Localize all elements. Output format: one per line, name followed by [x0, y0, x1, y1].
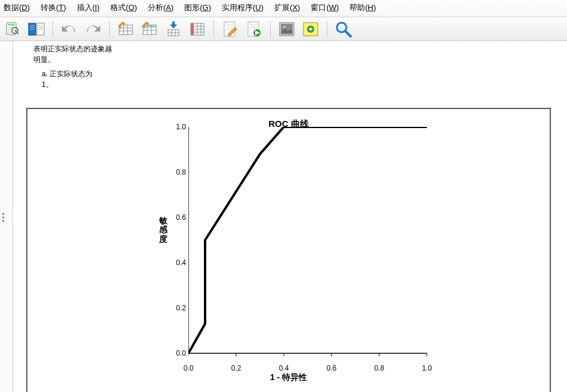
- notes-line2: 明显。: [33, 55, 55, 64]
- notes-sub-b: 1。: [42, 80, 53, 89]
- svg-marker-32: [170, 21, 177, 29]
- x-tick-label: 0.4: [279, 364, 289, 372]
- x-tick-label: 0.2: [231, 364, 241, 372]
- run-descriptives-icon[interactable]: [245, 20, 263, 38]
- y-tick-label: 0.8: [162, 168, 186, 176]
- resize-handle-icon[interactable]: [2, 213, 4, 222]
- svg-rect-22: [143, 25, 156, 27]
- toolbar-separator: [109, 21, 110, 38]
- menu-help[interactable]: 帮助(H): [349, 2, 376, 13]
- preview-icon[interactable]: [4, 20, 21, 38]
- svg-rect-34: [191, 23, 194, 35]
- goto-data-icon[interactable]: [117, 20, 135, 38]
- menu-format[interactable]: 格式(O): [110, 2, 137, 13]
- toolbar-separator: [52, 21, 53, 38]
- document-edit-icon[interactable]: [221, 20, 239, 38]
- redo-icon[interactable]: [84, 20, 102, 38]
- x-tick-label: 0.6: [327, 364, 337, 372]
- select-cases-icon[interactable]: [188, 20, 206, 38]
- y-tick-label: 0.2: [162, 304, 186, 312]
- svg-point-51: [283, 26, 286, 28]
- chart-xlabel: 1 - 特异性: [27, 372, 550, 383]
- x-tick-label: 0.0: [184, 364, 194, 372]
- menu-transform[interactable]: 转换(T): [41, 2, 66, 13]
- notes-sub-a: a. 正实际状态为: [42, 70, 92, 78]
- svg-rect-50: [281, 24, 293, 35]
- menu-data-hotkey: D: [21, 3, 27, 12]
- y-tick-label: 0.6: [162, 213, 186, 222]
- notes-block: 表明正实际状态的迹象越 明显。 a. 正实际状态为 1。: [33, 43, 561, 90]
- toolbar-separator: [213, 21, 214, 38]
- menu-graph[interactable]: 图形(G): [184, 2, 211, 13]
- menu-analyze[interactable]: 分析(A): [148, 2, 173, 13]
- output-document: 表明正实际状态的迹象越 明显。 a. 正实际状态为 1。 ROC 曲线 敏感度: [13, 41, 567, 392]
- x-tick-label: 0.8: [374, 364, 385, 372]
- toolbar-separator: [270, 21, 271, 38]
- photo-icon[interactable]: [278, 20, 296, 38]
- y-tick-label: 0.0: [162, 349, 186, 357]
- svg-rect-3: [8, 29, 15, 30]
- notes-line1: 表明正实际状态的迹象越: [33, 45, 112, 53]
- x-tick-label: 1.0: [422, 364, 432, 372]
- menu-insert[interactable]: 插入(I): [77, 2, 100, 13]
- menu-utilities[interactable]: 实用程序(U): [222, 2, 264, 13]
- svg-rect-1: [8, 24, 15, 26]
- toolbar-separator: [327, 21, 327, 38]
- chart-plot-area: 0.00.20.40.60.81.0 0.00.20.40.60.81.0: [188, 127, 433, 362]
- menu-data-label: 数据: [4, 3, 19, 12]
- menu-window[interactable]: 窗口(W): [311, 2, 339, 13]
- goto-variable-icon[interactable]: [141, 20, 159, 38]
- undo-icon[interactable]: [60, 20, 78, 38]
- y-tick-label: 0.4: [162, 259, 186, 267]
- export-icon[interactable]: [165, 20, 182, 38]
- new-chart-icon[interactable]: [302, 20, 320, 38]
- menu-data[interactable]: 数据(D): [4, 2, 30, 13]
- chart-object[interactable]: ROC 曲线 敏感度 0.0: [26, 108, 551, 392]
- menu-extensions[interactable]: 扩展(X): [274, 2, 300, 13]
- search-icon[interactable]: [334, 20, 352, 38]
- svg-rect-14: [119, 25, 132, 35]
- y-tick-label: 1.0: [162, 123, 186, 131]
- outline-gutter: [0, 41, 13, 392]
- svg-line-57: [345, 31, 351, 36]
- print-icon[interactable]: [27, 20, 45, 38]
